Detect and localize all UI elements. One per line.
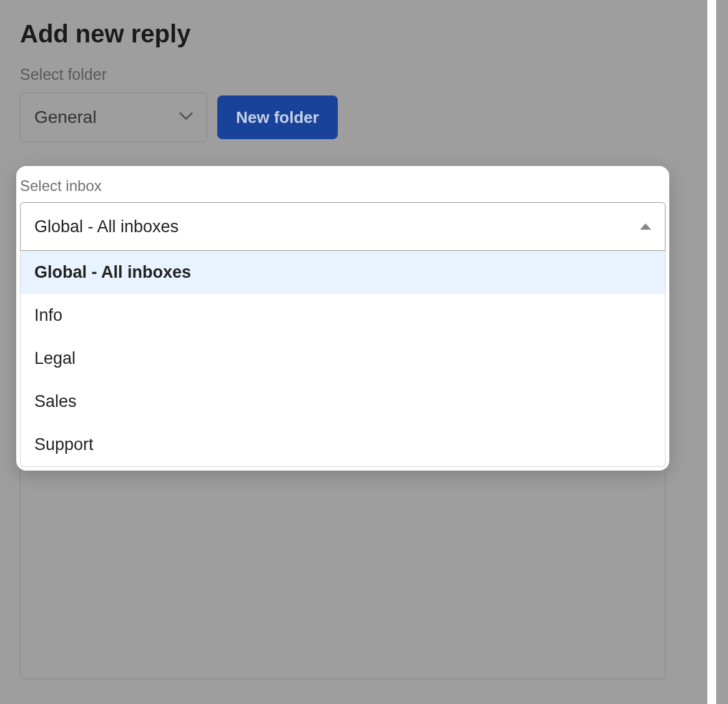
inbox-option[interactable]: Info bbox=[21, 294, 665, 337]
inbox-options-list: Global - All inboxesInfoLegalSalesSuppor… bbox=[20, 251, 666, 467]
scrollbar-thumb[interactable] bbox=[707, 0, 716, 704]
scrollbar-track[interactable] bbox=[689, 0, 728, 704]
inbox-option[interactable]: Support bbox=[21, 423, 665, 466]
chevron-down-icon bbox=[179, 112, 193, 123]
caret-up-icon bbox=[640, 223, 651, 230]
folder-select-value: General bbox=[34, 107, 97, 127]
folder-select[interactable]: General bbox=[20, 92, 207, 142]
inbox-select-value: Global - All inboxes bbox=[34, 217, 179, 237]
inbox-option[interactable]: Legal bbox=[21, 337, 665, 380]
folder-label: Select folder bbox=[20, 66, 708, 84]
inbox-dropdown-card: Select inbox Global - All inboxes Global… bbox=[16, 166, 669, 471]
inbox-option[interactable]: Sales bbox=[21, 380, 665, 423]
page-title: Add new reply bbox=[20, 20, 708, 48]
inbox-option[interactable]: Global - All inboxes bbox=[21, 251, 665, 294]
inbox-label: Select inbox bbox=[16, 175, 669, 202]
new-folder-button[interactable]: New folder bbox=[217, 95, 338, 139]
folder-row: General New folder bbox=[20, 92, 708, 142]
inbox-select[interactable]: Global - All inboxes bbox=[20, 202, 666, 251]
